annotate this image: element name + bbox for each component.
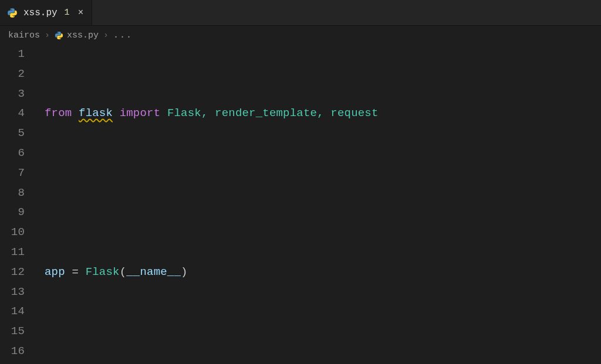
token-op: = [65, 266, 86, 278]
breadcrumb-folder-label: kairos [8, 30, 40, 40]
code-line[interactable]: app = Flask(__name__) [45, 263, 601, 283]
breadcrumb-symbol[interactable]: ... [113, 30, 133, 40]
close-icon[interactable]: × [77, 7, 85, 19]
line-number: 8 [0, 183, 25, 203]
code-line[interactable] [45, 183, 601, 203]
code-area[interactable]: from flask import Flask, render_template… [41, 45, 601, 364]
breadcrumb-file-label: xss.py [67, 30, 99, 40]
tab-problem-count-badge: 1 [63, 8, 71, 18]
line-number: 16 [0, 342, 25, 362]
line-number: 12 [0, 263, 25, 283]
code-editor[interactable]: 12345678910111213141516 from flask impor… [0, 45, 601, 364]
line-number: 15 [0, 322, 25, 342]
line-number: 3 [0, 84, 25, 104]
token-ident: app [45, 266, 65, 278]
line-number: 10 [0, 223, 25, 243]
breadcrumb-file[interactable]: xss.py [55, 30, 99, 40]
tab-xss-py[interactable]: xss.py 1 × [0, 0, 92, 25]
breadcrumb-ellipsis: ... [113, 30, 133, 40]
line-number: 7 [0, 164, 25, 183]
chevron-right-icon: › [103, 30, 109, 40]
breadcrumb: kairos › xss.py › ... [0, 26, 601, 45]
line-number: 2 [0, 64, 25, 84]
python-file-icon [55, 31, 63, 40]
line-number: 13 [0, 283, 25, 302]
line-number: 6 [0, 144, 25, 164]
line-number: 9 [0, 203, 25, 223]
token-dunder: __name__ [126, 266, 181, 278]
token-keyword: from [45, 107, 72, 120]
code-line[interactable]: from flask import Flask, render_template… [45, 104, 601, 124]
line-number: 5 [0, 124, 25, 144]
python-file-icon [7, 8, 18, 18]
line-number: 14 [0, 302, 25, 322]
breadcrumb-folder[interactable]: kairos [8, 30, 40, 40]
token-module-flask: flask [79, 107, 113, 120]
tab-filename: xss.py [23, 8, 58, 18]
line-number: 4 [0, 104, 25, 124]
token-punc: ( [120, 266, 127, 278]
token-keyword: import [120, 107, 161, 120]
tab-bar: xss.py 1 × [0, 0, 601, 26]
token-class: Flask [86, 266, 120, 278]
code-line[interactable] [45, 342, 601, 362]
line-number: 11 [0, 243, 25, 263]
line-number-gutter: 12345678910111213141516 [0, 45, 41, 364]
token-imports: Flask, render_template, request [167, 107, 379, 120]
line-number: 1 [0, 45, 25, 64]
token-punc: ) [181, 266, 188, 278]
chevron-right-icon: › [45, 30, 50, 40]
